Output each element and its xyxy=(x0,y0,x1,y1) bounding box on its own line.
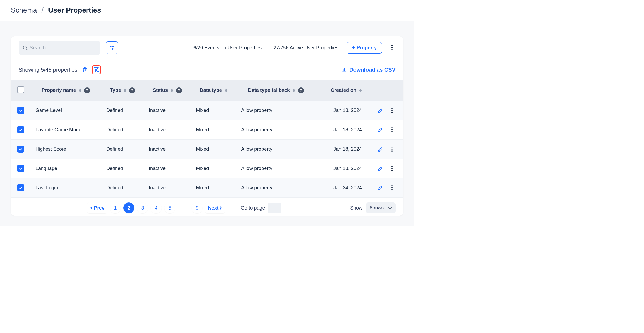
cell-created: Jan 18, 2024 xyxy=(316,101,373,120)
svg-point-27 xyxy=(391,110,393,111)
row-more-menu[interactable] xyxy=(388,127,396,132)
help-icon[interactable]: ? xyxy=(129,87,135,93)
pencil-icon xyxy=(378,127,383,132)
pagination-page[interactable]: 4 xyxy=(151,202,162,213)
pagination-page[interactable]: 1 xyxy=(110,202,121,213)
row-more-menu[interactable] xyxy=(388,185,396,190)
cell-status: Inactive xyxy=(144,159,191,178)
cell-fallback: Allow property xyxy=(236,120,316,140)
row-checkbox[interactable] xyxy=(17,126,24,133)
edit-row-button[interactable] xyxy=(378,127,383,132)
goto-label: Go to page xyxy=(241,205,265,211)
search-input[interactable] xyxy=(28,44,96,51)
row-more-menu[interactable] xyxy=(388,146,396,152)
delete-selected-button[interactable] xyxy=(82,66,88,73)
cell-created: Jan 18, 2024 xyxy=(316,140,373,159)
svg-marker-19 xyxy=(225,89,227,90)
cell-property-name: Highest Score xyxy=(31,140,101,159)
panel-subbar: Showing 5/45 properties Download as CSV xyxy=(11,59,403,80)
add-property-label: Property xyxy=(357,45,377,51)
pencil-icon xyxy=(378,185,383,190)
svg-marker-14 xyxy=(79,90,81,92)
edit-row-button[interactable] xyxy=(378,185,383,190)
plus-icon: + xyxy=(352,45,355,50)
cell-property-name: Last Login xyxy=(31,178,101,198)
filter-sliders-button[interactable] xyxy=(106,41,118,54)
svg-point-40 xyxy=(391,170,393,171)
column-header-created[interactable]: Created on xyxy=(331,87,356,93)
pagination-page[interactable]: 9 xyxy=(192,202,202,213)
topbar-more-menu[interactable] xyxy=(388,45,396,51)
properties-table: Property name ? Type xyxy=(11,80,403,198)
help-icon[interactable]: ? xyxy=(176,87,182,93)
svg-point-26 xyxy=(391,108,393,109)
row-more-menu[interactable] xyxy=(388,166,396,171)
sort-icon[interactable] xyxy=(171,89,173,92)
column-header-fallback[interactable]: Data type fallback xyxy=(248,87,290,93)
download-csv-label: Download as CSV xyxy=(349,67,396,73)
pagination-page[interactable]: 3 xyxy=(137,202,148,213)
svg-point-36 xyxy=(391,150,393,152)
edit-row-button[interactable] xyxy=(378,107,383,113)
svg-marker-21 xyxy=(293,89,295,90)
search-input-wrap[interactable] xyxy=(19,41,100,55)
cell-type: Defined xyxy=(101,140,144,159)
add-property-button[interactable]: + Property xyxy=(347,42,382,54)
pencil-icon xyxy=(378,146,383,152)
pagination-page[interactable]: 5 xyxy=(164,202,175,213)
svg-point-43 xyxy=(391,187,393,188)
sort-icon[interactable] xyxy=(79,89,81,92)
table-row: Game Level Defined Inactive Mixed Allow … xyxy=(11,101,403,120)
svg-marker-20 xyxy=(225,90,227,92)
table-row: Last Login Defined Inactive Mixed Allow … xyxy=(11,178,403,198)
svg-marker-24 xyxy=(359,90,362,92)
goto-page-input[interactable] xyxy=(268,203,281,213)
funnel-plus-icon xyxy=(93,67,100,72)
column-header-status[interactable]: Status xyxy=(153,87,168,93)
select-all-checkbox[interactable] xyxy=(17,86,24,93)
cell-data-type: Mixed xyxy=(191,120,236,140)
pagination-next[interactable]: Next xyxy=(205,202,225,213)
svg-point-0 xyxy=(23,46,26,49)
sort-icon[interactable] xyxy=(225,89,227,92)
column-header-property-name[interactable]: Property name xyxy=(42,87,76,93)
download-csv-link[interactable]: Download as CSV xyxy=(342,67,396,73)
row-more-menu[interactable] xyxy=(388,108,396,113)
help-icon[interactable]: ? xyxy=(84,87,90,93)
svg-line-1 xyxy=(26,49,27,50)
edit-row-button[interactable] xyxy=(378,165,383,171)
sort-icon[interactable] xyxy=(124,89,126,92)
cell-created: Jan 18, 2024 xyxy=(316,159,373,178)
showing-count: Showing 5/45 properties xyxy=(19,67,77,73)
cell-type: Defined xyxy=(101,178,144,198)
pagination-ellipsis: ... xyxy=(178,202,189,213)
breadcrumb-root[interactable]: Schema xyxy=(11,6,37,14)
pagination-prev[interactable]: Prev xyxy=(87,202,107,213)
sort-icon[interactable] xyxy=(293,89,295,92)
column-header-data-type[interactable]: Data type xyxy=(200,87,222,93)
cell-fallback: Allow property xyxy=(236,159,316,178)
cell-status: Inactive xyxy=(144,178,191,198)
row-checkbox[interactable] xyxy=(17,165,24,172)
rows-per-page-value: 5 rows xyxy=(370,205,384,210)
trash-icon xyxy=(82,67,88,72)
download-icon xyxy=(342,67,347,73)
edit-row-button[interactable] xyxy=(378,146,383,152)
pagination-prev-label: Prev xyxy=(94,205,104,211)
column-header-type[interactable]: Type xyxy=(110,87,121,93)
pagination-divider xyxy=(233,203,233,213)
help-icon[interactable]: ? xyxy=(298,87,304,93)
bulk-assign-button[interactable] xyxy=(92,65,101,74)
pencil-icon xyxy=(378,165,383,171)
panel-topbar: 6/20 Events on User Properties 27/256 Ac… xyxy=(11,36,403,59)
row-checkbox[interactable] xyxy=(17,107,24,114)
sort-icon[interactable] xyxy=(359,89,362,92)
rows-per-page-select[interactable]: 5 rows xyxy=(366,202,396,213)
cell-property-name: Favorite Game Mode xyxy=(31,120,101,140)
row-checkbox[interactable] xyxy=(17,184,24,191)
svg-point-42 xyxy=(391,185,393,186)
cell-type: Defined xyxy=(101,120,144,140)
stat-events: 6/20 Events on User Properties xyxy=(193,45,262,51)
pagination-page[interactable]: 2 xyxy=(123,202,134,213)
row-checkbox[interactable] xyxy=(17,146,24,153)
